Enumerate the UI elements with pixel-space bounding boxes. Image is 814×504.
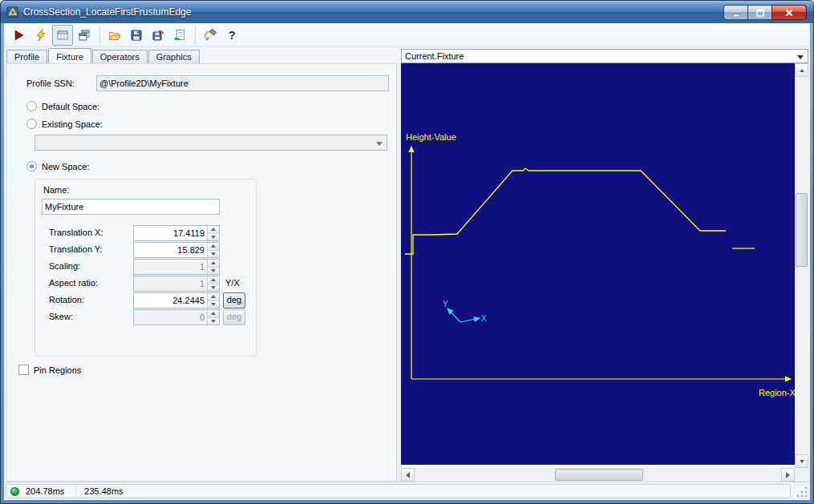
default-space-radio[interactable] (26, 101, 37, 111)
status-time-last: 235.48ms (84, 486, 123, 496)
svg-text:?: ? (229, 29, 236, 42)
svg-text:X: X (481, 314, 487, 323)
spin-down-button[interactable] (208, 284, 219, 292)
translation-x-label: Translation X: (49, 228, 103, 237)
play-icon (13, 29, 26, 42)
save-results-button[interactable] (148, 25, 168, 46)
spin-up-button[interactable] (208, 243, 219, 250)
floppy-icon (130, 29, 143, 42)
floppy-arrows-icon (152, 29, 164, 42)
svg-text:Region-X: Region-X (759, 388, 796, 397)
caliper-icon (204, 29, 217, 42)
rotation-label: Rotation: (49, 295, 84, 304)
svg-text:Y: Y (443, 300, 448, 308)
scroll-right-button[interactable] (781, 468, 795, 482)
measure-tool-button[interactable] (200, 25, 221, 46)
maximize-button[interactable] (747, 5, 771, 20)
name-input[interactable] (42, 199, 220, 215)
tab-strip: Profile Fixture Operators Graphics (6, 50, 200, 64)
scroll-down-button[interactable] (795, 454, 808, 468)
spin-down-button[interactable] (208, 317, 219, 325)
import-sheet-icon (173, 29, 186, 42)
scaling-spinner[interactable]: 1 (133, 259, 220, 275)
toolbar-separator (99, 27, 100, 43)
pin-regions-checkbox[interactable] (18, 365, 29, 375)
horizontal-scroll-thumb[interactable] (555, 469, 643, 481)
spin-up-button[interactable] (208, 260, 219, 267)
lightning-icon (34, 29, 47, 42)
help-icon: ? (225, 29, 238, 42)
import-export-button[interactable] (169, 25, 190, 46)
clone-window-icon (78, 29, 91, 42)
spin-down-button[interactable] (208, 250, 219, 258)
display-selector-value: Current.Fixture (402, 50, 808, 62)
client-area: ? Profile Fixture Operators Graphics Pro… (4, 23, 810, 500)
rotation-spinner[interactable]: 24.2445 (133, 292, 220, 308)
spin-up-button[interactable] (208, 276, 219, 284)
app-icon (6, 6, 19, 18)
pin-regions-label: Pin Regions (34, 365, 81, 375)
spin-up-button[interactable] (208, 293, 219, 300)
existing-space-combobox[interactable] (34, 135, 387, 151)
rotation-deg-button[interactable]: deg (223, 292, 245, 308)
show-control-grid-button[interactable] (52, 25, 73, 46)
tab-fixture[interactable]: Fixture (48, 48, 91, 63)
tab-graphics[interactable]: Graphics (148, 50, 200, 63)
translation-y-label: Translation Y: (49, 244, 103, 254)
existing-space-radio[interactable] (26, 119, 37, 129)
spin-down-button[interactable] (208, 300, 219, 308)
default-space-label: Default Space: (42, 102, 99, 111)
new-space-radio[interactable] (26, 161, 37, 171)
skew-spinner[interactable]: 0 (133, 309, 220, 325)
open-file-button[interactable] (104, 25, 125, 46)
fixture-tab-page: Profile SSN: Default Space: Existing Spa… (6, 63, 397, 482)
tab-operators[interactable]: Operators (92, 50, 148, 63)
profile-ssn-label: Profile SSN: (26, 79, 96, 88)
close-button[interactable] (771, 5, 807, 20)
profile-display[interactable]: Height-ValueRegion-XXY (401, 63, 808, 482)
open-folder-icon (108, 29, 121, 42)
save-button[interactable] (126, 25, 147, 46)
minimize-button[interactable] (723, 5, 747, 20)
new-space-label: New Space: (42, 162, 89, 171)
scroll-left-button[interactable] (401, 468, 415, 482)
spin-up-button[interactable] (208, 226, 219, 233)
scroll-up-button[interactable] (795, 63, 808, 77)
translation-y-spinner[interactable]: 15.829 (133, 242, 220, 258)
control-grid-icon (56, 29, 69, 42)
status-separator (75, 486, 76, 497)
existing-space-label: Existing Space: (42, 119, 103, 129)
help-button[interactable]: ? (221, 25, 242, 46)
toolbar: ? (4, 23, 810, 47)
app-window: CrossSection_LocateFirstFrustumEdge (0, 0, 814, 504)
skew-deg-button[interactable]: deg (223, 309, 245, 325)
window-title: CrossSection_LocateFirstFrustumEdge (23, 6, 191, 18)
horizontal-scrollbar[interactable] (401, 468, 795, 482)
translation-x-spinner[interactable]: 17.4119 (133, 225, 220, 241)
aspect-ratio-spinner[interactable]: 1 (133, 276, 220, 292)
profile-plot[interactable]: Height-ValueRegion-XXY (401, 63, 797, 465)
clone-view-button[interactable] (74, 25, 95, 46)
skew-label: Skew: (49, 312, 73, 321)
run-button[interactable] (9, 25, 30, 46)
scrollbar-corner (795, 468, 808, 482)
tab-profile[interactable]: Profile (6, 50, 47, 63)
toolbar-separator (195, 27, 196, 43)
statusbar: 204.78ms 235.48ms (4, 482, 810, 500)
display-selector-combobox[interactable]: Current.Fixture (401, 49, 808, 63)
spin-down-button[interactable] (208, 267, 219, 275)
aspect-ratio-label: Aspect ratio: (49, 278, 98, 288)
new-space-group: Name: Translation X: 17.4119 Translation… (34, 179, 257, 357)
spin-up-button[interactable] (208, 310, 219, 317)
vertical-scrollbar[interactable] (795, 63, 808, 468)
plot-background (401, 63, 797, 465)
titlebar[interactable]: CrossSection_LocateFirstFrustumEdge (1, 1, 813, 23)
aspect-ratio-units-label: Y/X (225, 278, 240, 288)
vertical-scroll-thumb[interactable] (796, 193, 808, 267)
run-electric-button[interactable] (30, 25, 51, 46)
profile-ssn-input[interactable] (96, 75, 389, 91)
scaling-label: Scaling: (49, 261, 80, 271)
spin-down-button[interactable] (208, 233, 219, 241)
name-label: Name: (43, 185, 69, 195)
resize-grip[interactable] (796, 486, 808, 498)
